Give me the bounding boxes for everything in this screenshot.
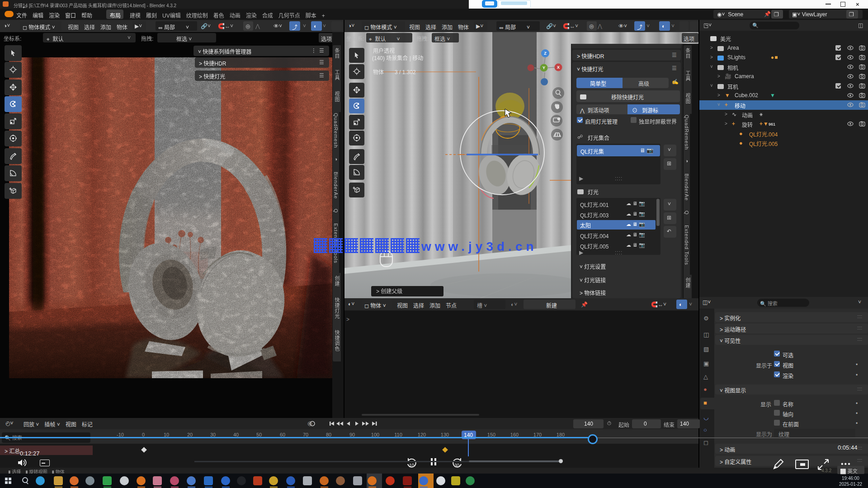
svg-text:30: 30 (454, 463, 460, 468)
svg-text:˃ 创建父级: ˃ 创建父级 (376, 288, 402, 295)
svg-text:物体 3 / 1.302: 物体 3 / 1.302 (373, 69, 416, 75)
svg-text:X: X (557, 65, 560, 70)
svg-text:Y: Y (542, 66, 545, 70)
svg-text:(140) 场景集合 | 移动: (140) 场景集合 | 移动 (372, 55, 423, 61)
svg-text:10: 10 (409, 463, 415, 468)
svg-text:用户透视: 用户透视 (373, 47, 395, 54)
svg-text:Z: Z (544, 51, 547, 56)
